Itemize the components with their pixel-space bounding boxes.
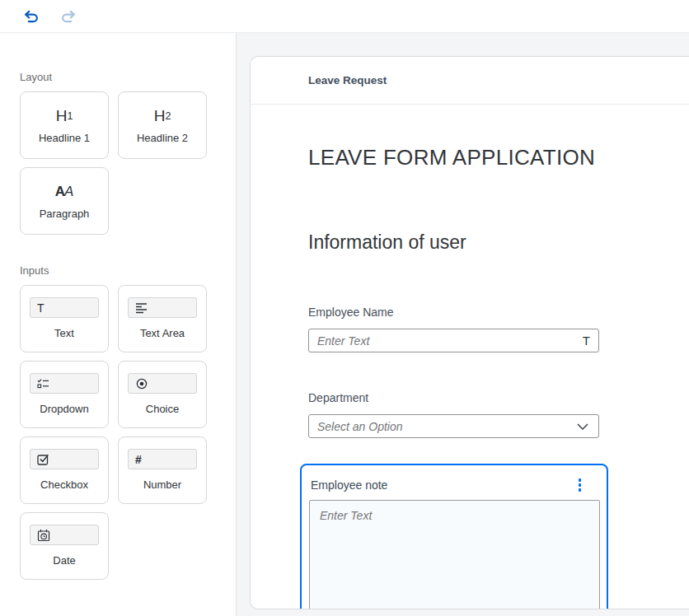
- employee-name-input-box: T: [308, 329, 599, 352]
- text-area-field-preview: [128, 297, 197, 318]
- paragraph-icon: AA: [55, 181, 74, 203]
- department-label: Department: [308, 391, 689, 405]
- input-cards-grid: T Text Text Area: [20, 285, 216, 580]
- headline-2-glyph: H: [154, 107, 166, 125]
- paragraph-glyph-italic: A: [64, 184, 73, 200]
- headline-1-glyph-sub: 1: [67, 110, 73, 122]
- chevron-down-icon: [577, 423, 588, 430]
- employee-name-input[interactable]: [317, 334, 576, 348]
- date-field-preview: [30, 525, 99, 545]
- palette-section-layout-label: Layout: [20, 71, 216, 83]
- palette-item-number[interactable]: # Number: [118, 436, 207, 504]
- undo-button[interactable]: [23, 9, 40, 24]
- headline-1-icon: H1: [56, 105, 73, 127]
- palette-item-headline-1[interactable]: H1 Headline 1: [20, 91, 109, 159]
- palette-item-label: Paragraph: [40, 208, 90, 220]
- palette-item-label: Headline 1: [39, 132, 90, 144]
- text-icon: T: [37, 302, 45, 314]
- text-type-icon: T: [583, 334, 590, 348]
- palette-item-label: Checkbox: [40, 478, 88, 491]
- form-canvas: Leave Request LEAVE FORM APPLICATION Inf…: [237, 33, 689, 616]
- form-headline-2[interactable]: Information of user: [308, 231, 689, 253]
- employee-note-field-selected[interactable]: Employee note: [300, 464, 608, 609]
- palette-item-date[interactable]: Date: [20, 512, 109, 580]
- palette-item-label: Text Area: [140, 327, 185, 339]
- component-palette: Layout H1 Headline 1 H2 Headline 2 AA Pa…: [0, 33, 237, 616]
- layout-cards-grid: H1 Headline 1 H2 Headline 2 AA Paragraph: [20, 91, 216, 235]
- form-header: Leave Request: [251, 57, 689, 105]
- form-body: LEAVE FORM APPLICATION Information of us…: [251, 146, 689, 609]
- department-select[interactable]: Select an Option: [308, 414, 599, 438]
- form-title: Leave Request: [308, 74, 387, 86]
- number-field-preview: #: [128, 449, 197, 469]
- form-headline-1[interactable]: LEAVE FORM APPLICATION: [308, 146, 689, 169]
- palette-item-checkbox[interactable]: Checkbox: [20, 436, 109, 504]
- redo-icon: [60, 9, 77, 24]
- headline-1-glyph: H: [56, 107, 68, 125]
- palette-item-label: Dropdown: [40, 403, 88, 415]
- app-body: Layout H1 Headline 1 H2 Headline 2 AA Pa…: [0, 33, 689, 616]
- employee-note-label: Employee note: [311, 478, 387, 492]
- headline-2-icon: H2: [154, 105, 171, 127]
- palette-item-label: Date: [53, 554, 75, 567]
- top-toolbar: [0, 0, 689, 33]
- department-field[interactable]: Department Select an Option: [308, 391, 689, 438]
- form-document-card: Leave Request LEAVE FORM APPLICATION Inf…: [250, 56, 689, 609]
- text-field-preview: T: [30, 297, 99, 318]
- palette-item-choice[interactable]: Choice: [118, 361, 207, 428]
- palette-item-text-area[interactable]: Text Area: [118, 285, 207, 352]
- number-icon: #: [135, 454, 142, 465]
- dropdown-field-preview: [30, 373, 99, 394]
- headline-2-glyph-sub: 2: [165, 110, 171, 122]
- dropdown-list-icon: [37, 378, 49, 390]
- checkbox-icon: [37, 453, 50, 465]
- checkbox-field-preview: [30, 449, 99, 469]
- palette-item-paragraph[interactable]: AA Paragraph: [20, 167, 109, 235]
- palette-item-headline-2[interactable]: H2 Headline 2: [118, 91, 207, 159]
- text-area-icon: [135, 302, 148, 314]
- kebab-menu-icon[interactable]: [577, 477, 584, 493]
- redo-button[interactable]: [60, 9, 77, 24]
- palette-section-inputs-label: Inputs: [20, 264, 216, 277]
- employee-name-field[interactable]: Employee Name T: [308, 306, 689, 352]
- department-select-placeholder: Select an Option: [317, 420, 577, 433]
- radio-choice-icon: [135, 377, 148, 390]
- employee-note-header: Employee note: [309, 475, 599, 493]
- palette-item-label: Choice: [146, 403, 179, 415]
- palette-item-dropdown[interactable]: Dropdown: [20, 361, 109, 428]
- palette-item-text[interactable]: T Text: [20, 285, 109, 352]
- palette-item-label: Text: [54, 327, 74, 339]
- date-icon: [37, 529, 50, 542]
- employee-name-label: Employee Name: [308, 306, 689, 320]
- choice-field-preview: [128, 373, 197, 394]
- palette-item-label: Headline 2: [137, 132, 188, 144]
- palette-item-label: Number: [143, 478, 181, 491]
- undo-icon: [23, 9, 40, 24]
- employee-note-textarea[interactable]: [309, 500, 600, 610]
